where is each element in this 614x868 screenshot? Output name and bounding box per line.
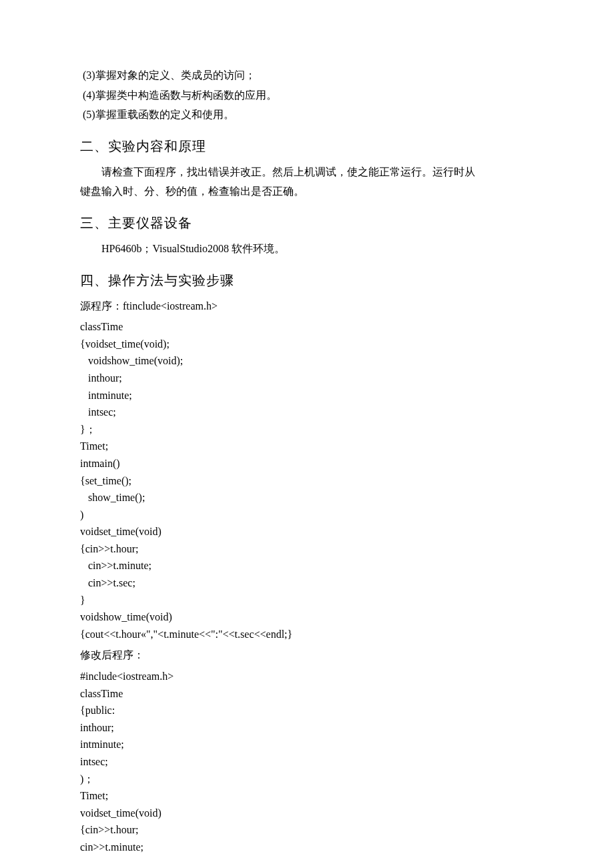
source-code: classTime {voidset_time(void); voidshow_… (80, 318, 534, 642)
section-3-body: HP6460b；VisualStudio2008 软件环境。 (80, 240, 534, 258)
section-2-body-1: 请检查下面程序，找出错误并改正。然后上机调试，使之能正常运行。运行时从 (80, 163, 534, 181)
objective-4: (4)掌握类中构造函数与析构函数的应用。 (80, 87, 534, 104)
section-3-title: 三、主要仪器设备 (80, 212, 534, 234)
modified-label: 修改后程序： (80, 646, 534, 664)
page: (3)掌握对象的定义、类成员的访问； (4)掌握类中构造函数与析构函数的应用。 … (0, 0, 614, 868)
section-2-body-2: 键盘输入时、分、秒的值，检查输出是否正确。 (80, 183, 534, 200)
section-2-title: 二、实验内容和原理 (80, 135, 534, 157)
modified-code: #include<iostream.h> classTime {public: … (80, 668, 534, 856)
section-4-title: 四、操作方法与实验步骤 (80, 270, 534, 291)
objective-5: (5)掌握重载函数的定义和使用。 (80, 106, 534, 123)
source-label: 源程序：ftinclude<iostream.h> (80, 298, 534, 315)
objective-3: (3)掌握对象的定义、类成员的访问； (80, 67, 534, 84)
